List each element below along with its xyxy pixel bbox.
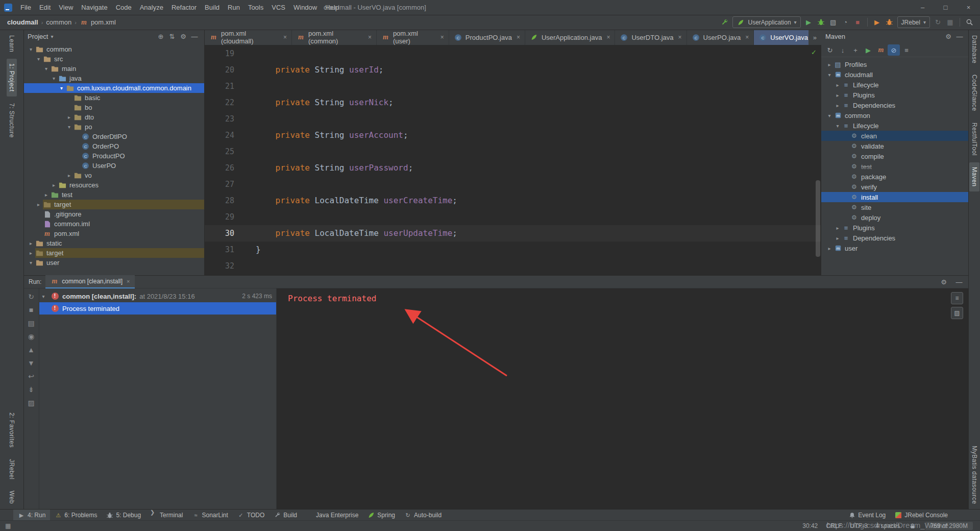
stripe-item-codeglance[interactable]: CodeGlance [969,70,979,116]
console-clear-icon[interactable]: ▨ [951,307,963,319]
project-tree-item-target[interactable]: ▸target [23,200,204,209]
project-tree-item-vo[interactable]: ▸vo [23,171,204,180]
gear-icon[interactable]: ⚙ [178,32,189,42]
project-tree-item-com-luxsun-cloudmall-common-domain[interactable]: ▾com.luxsun.cloudmall.common.domain [23,83,204,93]
chevron-down-icon[interactable]: ▾ [65,124,74,130]
maven-tree-item-clean[interactable]: ⚙clean [821,131,969,141]
project-tree-item-gitignore[interactable]: .gitignore [23,209,204,219]
menu-tools[interactable]: Tools [244,0,267,15]
editor-tab-pom-xml-cloudmall[interactable]: mpom.xml (cloudmall)× [205,30,292,45]
close-tab-icon[interactable]: × [745,34,749,41]
project-tree-item-src[interactable]: ▾src [23,54,204,64]
project-tree-item-po[interactable]: ▾po [23,122,204,132]
chevron-right-icon[interactable]: ▸ [834,235,842,241]
chevron-down-icon[interactable]: ▾ [834,123,842,129]
code-line[interactable]: 20 private String userId; [205,62,821,78]
close-tab-icon[interactable]: × [678,34,682,41]
maximize-icon[interactable]: □ [934,0,957,15]
maven-tree-item-compile[interactable]: ⚙compile [821,151,969,161]
layout-grid-icon[interactable]: ▦ [946,18,954,27]
chevron-right-icon[interactable]: ▸ [27,240,35,246]
stripe-item-web[interactable]: Web [7,486,17,509]
project-panel-title[interactable]: Project [28,33,48,40]
chevron-down-icon[interactable]: ▾ [50,76,58,81]
scroll-from-source-icon[interactable]: ⇅ [166,32,178,42]
project-tree-item-static[interactable]: ▸static [23,238,204,248]
stripe-item-database[interactable]: Database [969,31,979,68]
maven-tree-item-lifecycle[interactable]: ▸≡Lifecycle [821,80,969,90]
maven-tree-item-plugins[interactable]: ▸≡Plugins [821,223,969,233]
minimize-icon[interactable]: – [911,0,934,15]
menu-vcs[interactable]: VCS [267,0,289,15]
menu-navigate[interactable]: Navigate [77,0,111,15]
editor-scrollbar[interactable] [816,180,820,257]
close-tab-icon[interactable]: × [127,278,130,284]
maven-tree-item-validate[interactable]: ⚙validate [821,141,969,151]
menu-edit[interactable]: Edit [35,0,55,15]
project-tree-item-pom-xml[interactable]: mpom.xml [23,229,204,238]
chevron-right-icon[interactable]: ▸ [834,82,842,88]
restore-layout-icon[interactable]: ▤ [27,319,36,327]
chevron-right-icon[interactable]: ▸ [65,114,74,120]
plus-icon[interactable]: + [849,44,862,56]
toolwindow-button-5-debug[interactable]: 5: Debug [102,510,145,521]
search-everywhere-icon[interactable] [965,18,974,27]
coverage-icon[interactable]: ▧ [829,18,838,27]
code-line[interactable]: 26 private String userPassword; [205,160,821,176]
project-tree-item-resources[interactable]: ▸resources [23,180,204,190]
breadcrumb-common[interactable]: common [46,18,71,26]
maven-tree-item-cloudmall[interactable]: ▾mcloudmall [821,69,969,80]
hide-icon[interactable]: — [954,32,965,42]
toolwindow-button-spring[interactable]: Spring [363,510,400,521]
project-tree-item-dto[interactable]: ▸dto [23,112,204,122]
caret-position[interactable]: 30:42 [802,522,818,529]
rerun-icon[interactable]: ↻ [27,292,36,301]
chevron-right-icon[interactable]: ▸ [34,202,43,207]
breadcrumb-pom-xml[interactable]: mpom.xml [80,18,116,27]
code-line[interactable]: 24 private String userAccount; [205,127,821,143]
project-tree-item-orderdtlpo[interactable]: COrderDtlPO [23,132,204,141]
maven-tree-item-package[interactable]: ⚙package [821,172,969,182]
hide-icon[interactable]: — [189,32,200,42]
project-tree-item-main[interactable]: ▾main [23,64,204,74]
stripe-item-mybatis-datasource[interactable]: MyBatis datasource [969,441,979,509]
toolwindow-button-java-enterprise[interactable]: Java Enterprise [302,510,363,521]
down-stack-icon[interactable]: ▼ [27,358,36,367]
code-editor[interactable]: 1920 private String userId;2122 private … [205,45,821,275]
toolwindow-button-auto-build[interactable]: ↻Auto-build [400,510,446,521]
more-tabs-icon[interactable]: » [808,30,821,45]
gear-icon[interactable]: ⚙ [943,32,954,42]
project-tree-item-user[interactable]: ▾user [23,258,204,268]
debug-icon[interactable] [817,18,825,27]
close-tab-icon[interactable]: × [606,34,610,41]
maven-tree-item-profiles[interactable]: ▸▤Profiles [821,59,969,69]
close-tab-icon[interactable]: × [517,34,520,41]
editor-tab-pom-xml-user[interactable]: mpom.xml (user)× [377,30,449,45]
close-tab-icon[interactable]: × [368,34,372,41]
gear-icon[interactable]: ⚙ [938,277,949,287]
chevron-right-icon[interactable]: ▸ [834,92,842,98]
chevron-right-icon[interactable]: ▸ [825,62,834,67]
close-tab-icon[interactable]: × [440,34,444,41]
inspections-ok-icon[interactable]: ✓ [811,49,817,56]
menu-run[interactable]: Run [224,0,244,15]
code-line[interactable]: 27 [205,176,821,192]
toolwindow-button-build[interactable]: Build [269,510,302,521]
console-settings-icon[interactable]: ≡ [951,292,963,304]
menu-code[interactable]: Code [112,0,136,15]
maven-tree-item-install[interactable]: ⚙install [821,192,969,202]
stripe-item-7-structure[interactable]: 7: Structure [7,99,17,142]
code-line[interactable]: 29 [205,209,821,225]
run-icon[interactable]: ▶ [804,18,813,27]
hide-icon[interactable]: — [953,277,965,287]
menu-refactor[interactable]: Refactor [167,0,201,15]
stripe-item-restfultool[interactable]: RestfulTool [969,118,979,160]
scroll-end-icon[interactable]: ⇟ [27,385,36,394]
download-sources-icon[interactable]: ↓ [837,44,849,56]
chevron-right-icon[interactable]: ▸ [65,173,74,178]
chevron-right-icon[interactable]: ▸ [834,103,842,108]
stripe-item-1-project[interactable]: 1: Project [7,59,17,96]
chevron-down-icon[interactable]: ▾ [34,56,43,62]
maven-tree-item-user[interactable]: ▸muser [821,243,969,253]
jrebel-run-icon[interactable]: ▶ [873,18,881,27]
